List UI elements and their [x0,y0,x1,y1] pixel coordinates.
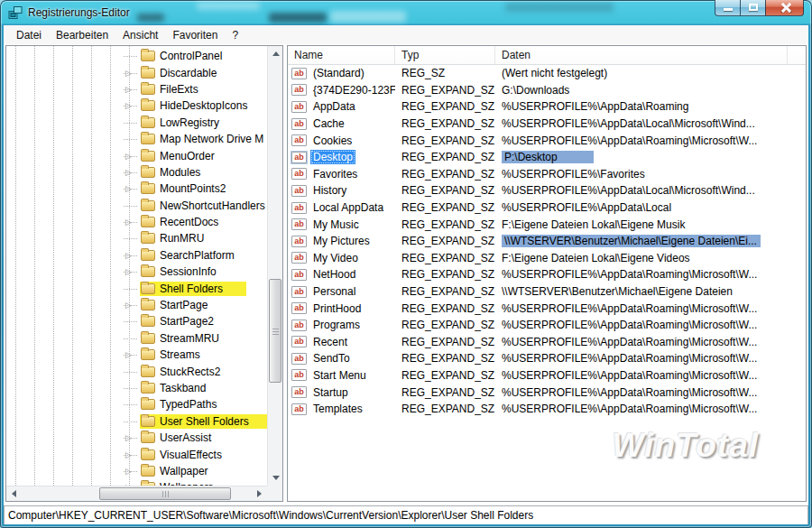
value-row-local-appdata[interactable]: Local AppDataREG_EXPAND_SZ%USERPROFILE%\… [288,199,806,217]
value-row-personal[interactable]: PersonalREG_EXPAND_SZ\\WTSERVER\Benutzer… [288,283,806,301]
value-row-nethood[interactable]: NetHoodREG_EXPAND_SZ%USERPROFILE%\AppDat… [288,266,806,283]
value-name-cell[interactable]: AppData [288,99,395,114]
tree-item-menuorder[interactable]: ▷MenuOrder [6,147,267,163]
tree-node[interactable]: NewShortcutHandlers [140,199,267,213]
tree-item-streams[interactable]: ▷Streams [6,347,267,363]
value-row-my-video[interactable]: My VideoREG_EXPAND_SZF:\Eigene Dateien L… [288,250,806,267]
value-name-cell[interactable]: NetHood [288,267,395,282]
tree-node[interactable]: StartPage [140,298,210,312]
value-row-cookies[interactable]: CookiesREG_EXPAND_SZ%USERPROFILE%\AppDat… [288,132,806,149]
tree-item-lowregistry[interactable]: LowRegistry [6,115,267,131]
tree-node[interactable]: UserAssist [140,431,214,445]
tree-item-map-network-drive-m[interactable]: Map Network Drive M [6,131,267,147]
value-row-start-menu[interactable]: Start MenuREG_EXPAND_SZ%USERPROFILE%\App… [288,367,806,384]
value-row-sendto[interactable]: SendToREG_EXPAND_SZ%USERPROFILE%\AppData… [288,350,806,367]
tree-node[interactable]: FileExts [140,82,201,97]
tree-item-sessioninfo[interactable]: ▷SessionInfo [6,264,267,280]
value-name-cell[interactable]: Desktop [288,150,395,164]
value-row-standard[interactable]: (Standard)REG_SZ(Wert nicht festgelegt) [288,65,806,82]
title-bar[interactable]: Registrierungs-Editor [0,0,812,25]
menu-item-bearbeiten[interactable]: Bearbeiten [49,26,115,44]
tree-node[interactable]: ControlPanel [140,49,225,63]
tree-item-userassist[interactable]: ▷UserAssist [6,430,267,446]
value-name-cell[interactable]: Cookies [288,134,395,148]
value-row-appdata[interactable]: AppDataREG_EXPAND_SZ%USERPROFILE%\AppDat… [288,98,806,116]
value-name-cell[interactable]: My Pictures [288,234,395,248]
tree-item-recentdocs[interactable]: ▷RecentDocs [6,214,267,230]
scroll-down-icon[interactable] [272,476,280,480]
tree-node[interactable]: StreamMRU [140,331,222,346]
tree-item-searchplatform[interactable]: ▷SearchPlatform [6,247,267,264]
value-row-favorites[interactable]: FavoritesREG_EXPAND_SZ%USERPROFILE%\Favo… [288,166,806,183]
tree-node[interactable]: StartPage2 [140,314,217,329]
tree-item-startpage2[interactable]: StartPage2 [6,313,267,329]
tree-item-fileexts[interactable]: ▷FileExts [6,81,267,97]
tree-node[interactable]: SearchPlatform [140,248,237,263]
tree-scrollbar-thumb[interactable] [269,279,281,383]
tree-item-user-shell-folders[interactable]: User Shell Folders [6,413,267,430]
value-name-cell[interactable]: PrintHood [288,301,395,316]
value-name-cell[interactable]: {374DE290-123F... [288,83,395,97]
value-name-cell[interactable]: (Standard) [288,66,395,80]
value-name-cell[interactable]: Templates [288,402,395,416]
tree-node[interactable]: SessionInfo [140,264,219,279]
maximize-button[interactable] [740,0,766,16]
tree-vertical-scrollbar[interactable] [267,46,282,486]
column-header-name[interactable]: Name [288,46,395,64]
tree-node[interactable]: RunMRU [140,231,207,245]
value-name-cell[interactable]: Favorites [288,167,395,181]
tree-node[interactable]: Shell Folders [140,282,246,296]
tree-item-modules[interactable]: ▷Modules [6,164,267,181]
value-row-cache[interactable]: CacheREG_EXPAND_SZ%USERPROFILE%\AppData\… [288,116,806,133]
value-row-history[interactable]: HistoryREG_EXPAND_SZ%USERPROFILE%\AppDat… [288,182,806,199]
value-row-startup[interactable]: StartupREG_EXPAND_SZ%USERPROFILE%\AppDat… [288,384,806,401]
tree-item-streammru[interactable]: StreamMRU [6,330,267,347]
tree-node[interactable]: Map Network Drive M [140,132,266,146]
tree-hscrollbar-thumb[interactable] [99,487,231,500]
value-row-printhood[interactable]: PrintHoodREG_EXPAND_SZ%USERPROFILE%\AppD… [288,300,806,317]
tree-node[interactable]: StuckRects2 [140,365,223,379]
tree-item-newshortcuthandlers[interactable]: NewShortcutHandlers [6,198,267,214]
value-name-cell[interactable]: Local AppData [288,200,395,215]
value-row-374de290-123f[interactable]: {374DE290-123F...REG_EXPAND_SZG:\Downloa… [288,82,806,99]
value-name-cell[interactable]: Startup [288,385,395,400]
tree-node[interactable]: User Shell Folders [140,414,267,429]
column-header-data[interactable]: Daten [495,46,788,64]
value-name-cell[interactable]: My Video [288,251,395,265]
tree-node[interactable]: Taskband [140,381,208,395]
value-name-cell[interactable]: Recent [288,335,395,349]
tree-horizontal-scrollbar[interactable] [6,486,267,501]
tree-item-visualeffects[interactable]: ▷VisualEffects [6,446,267,462]
tree-view[interactable]: ControlPanel▷Discardable▷FileExts▷HideDe… [6,46,267,486]
tree-node[interactable]: TypedPaths [140,397,219,412]
value-row-programs[interactable]: ProgramsREG_EXPAND_SZ%USERPROFILE%\AppDa… [288,317,806,334]
tree-item-discardable[interactable]: ▷Discardable [6,64,267,80]
scroll-right-icon[interactable] [257,490,262,497]
tree-item-controlpanel[interactable]: ControlPanel [6,48,267,64]
value-row-recent[interactable]: RecentREG_EXPAND_SZ%USERPROFILE%\AppData… [288,334,806,351]
tree-node[interactable]: MountPoints2 [140,181,228,196]
value-row-templates[interactable]: TemplatesREG_EXPAND_SZ%USERPROFILE%\AppD… [288,401,806,418]
tree-item-stuckrects2[interactable]: StuckRects2 [6,363,267,379]
menu-item-ansicht[interactable]: Ansicht [115,26,165,44]
tree-item-typedpaths[interactable]: TypedPaths [6,396,267,412]
tree-node[interactable]: HideDesktopIcons [140,98,250,113]
value-name-cell[interactable]: My Music [288,218,395,232]
menu-item-item[interactable]: ? [225,26,245,44]
tree-item-startpage[interactable]: ▷StartPage [6,297,267,313]
tree-item-wallpapers[interactable]: ▷Wallpapers [6,479,267,486]
value-name-cell[interactable]: History [288,183,395,198]
scroll-left-icon[interactable] [12,490,16,497]
scroll-up-icon[interactable] [272,51,280,56]
value-name-cell[interactable]: Cache [288,116,395,131]
close-button[interactable] [765,0,804,16]
tree-node[interactable]: RecentDocs [140,215,221,229]
value-name-cell[interactable]: Programs [288,318,395,332]
value-name-cell[interactable]: Personal [288,284,395,299]
tree-node[interactable]: VisualEffects [140,448,225,462]
value-row-desktop[interactable]: DesktopREG_EXPAND_SZP:\Desktop [288,149,806,166]
value-row-my-music[interactable]: My MusicREG_EXPAND_SZF:\Eigene Dateien L… [288,216,806,233]
tree-node[interactable]: Modules [140,165,203,180]
tree-item-wallpaper[interactable]: ▷Wallpaper [6,463,267,479]
tree-item-mountpoints2[interactable]: ▷MountPoints2 [6,181,267,197]
